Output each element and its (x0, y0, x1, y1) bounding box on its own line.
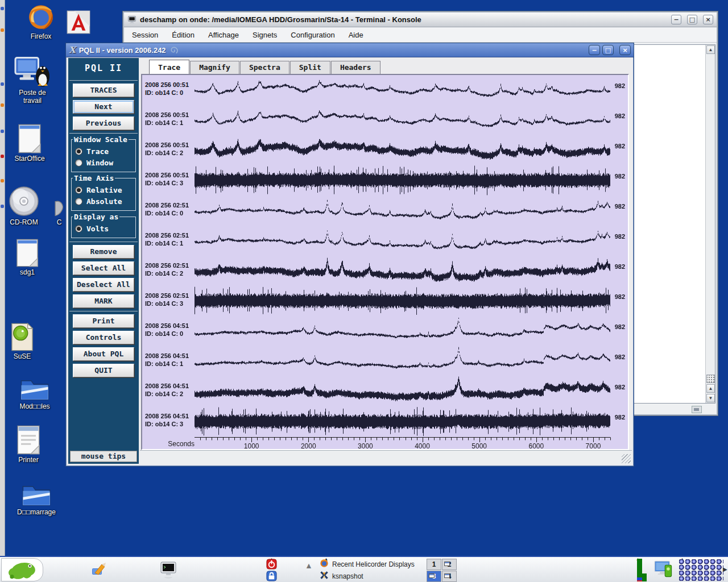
pql-titlebar[interactable]: X PQL II - version 2006.242 − □ × (66, 43, 634, 57)
sidebar-button-mark[interactable]: MARK (73, 294, 134, 308)
menu-configuration[interactable]: Configuration (291, 31, 334, 39)
resize-grip[interactable] (622, 454, 631, 463)
trace-row[interactable]: 2008 256 02:51ID: ob14 C: 2982 (142, 256, 628, 286)
trace-waveform[interactable] (195, 316, 610, 346)
desktop-icon-modeles-folder[interactable]: Mod□□les (11, 376, 58, 410)
desktop-icon-staroffice[interactable]: StarOffice (6, 124, 53, 163)
side-panel[interactable] (0, 0, 5, 556)
panel-hide-button[interactable]: ▲ (305, 564, 313, 567)
trace-waveform[interactable] (195, 226, 610, 256)
menu-édition[interactable]: Édition (172, 31, 195, 39)
panel-overflow-arrow[interactable]: ▶ (723, 566, 727, 572)
panel-mini-icon[interactable] (1, 82, 4, 86)
sidebar-button-quit[interactable]: QUIT (73, 364, 134, 377)
trace-row[interactable]: 2008 256 00:51ID: ob14 C: 2982 (142, 135, 628, 165)
pager-desktop-1[interactable]: 1 (427, 559, 441, 570)
radio-button-icon[interactable] (75, 225, 82, 232)
radio-relative[interactable]: Relative (75, 186, 132, 194)
maximize-button[interactable]: □ (687, 15, 697, 24)
radio-button-icon[interactable] (75, 198, 82, 205)
scroll-up-icon[interactable]: ▲ (706, 45, 715, 54)
sidebar-button-select-all[interactable]: Select All (73, 261, 134, 275)
trace-row[interactable]: 2008 256 02:51ID: ob14 C: 0982 (142, 196, 628, 226)
desktop-icon-demarrage-folder[interactable]: D□□marrage (13, 482, 60, 516)
radio-button-icon[interactable] (75, 148, 82, 155)
shutdown-button[interactable] (266, 559, 277, 572)
radio-trace[interactable]: Trace (75, 147, 132, 156)
kmenu-button[interactable] (1, 558, 43, 581)
radio-absolute[interactable]: Absolute (75, 197, 132, 206)
trace-row[interactable]: 2008 256 02:51ID: ob14 C: 3982 (142, 286, 628, 316)
menu-aide[interactable]: Aide (349, 31, 363, 39)
desktop-icon-printer[interactable]: Printer (8, 425, 49, 464)
sidebar-button-about-pql[interactable]: About PQL (73, 347, 134, 361)
sidebar-button-remove[interactable]: Remove (73, 245, 134, 259)
sidebar-button-traces[interactable]: TRACES (73, 84, 134, 97)
desktop-icon-hidden-icon[interactable]: C (52, 200, 66, 226)
terminal-scrollbar[interactable]: ▲ ▲ ▼ (705, 45, 715, 403)
sidebar-button-next[interactable]: Next (73, 100, 134, 114)
task-item[interactable]: Recent Helicorder Displays (320, 558, 415, 570)
session-icon[interactable] (692, 406, 702, 413)
trace-waveform[interactable] (195, 135, 610, 165)
task-item[interactable]: ksnapshot (320, 570, 415, 582)
desktop-icon-poste-de-travail[interactable]: Poste de travail (9, 57, 56, 105)
close-button[interactable]: × (619, 45, 631, 55)
konsole-launcher[interactable] (159, 560, 177, 581)
sidebar-button-controls[interactable]: Controls (73, 331, 134, 344)
trace-waveform[interactable] (195, 105, 610, 135)
menu-session[interactable]: Session (132, 31, 158, 39)
menu-signets[interactable]: Signets (253, 31, 277, 39)
panel-mini-icon[interactable] (1, 155, 4, 158)
pager-desktop-4[interactable]: 4 (442, 571, 457, 582)
trace-waveform[interactable] (195, 196, 610, 226)
panel-mini-icon[interactable] (1, 28, 4, 32)
trace-row[interactable]: 2008 256 00:51ID: ob14 C: 1982 (142, 105, 628, 135)
pager-desktop-3[interactable]: 3 (427, 571, 441, 582)
trace-row[interactable]: 2008 256 02:51ID: ob14 C: 1982 (142, 226, 628, 256)
sidebar-button-deselect-all[interactable]: Deselect All (73, 278, 134, 292)
lock-screen-button[interactable] (266, 571, 277, 582)
trace-waveform[interactable] (195, 75, 610, 105)
scroll-history-icon[interactable] (706, 375, 715, 383)
radio-button-icon[interactable] (75, 159, 82, 167)
mouse-tips-bar[interactable]: mouse tips (70, 451, 137, 462)
kwrite-launcher[interactable] (90, 561, 108, 580)
system-load-monitor[interactable] (635, 559, 647, 581)
minimize-button[interactable]: − (589, 45, 600, 55)
desktop-icon-cd-rom[interactable]: CD-ROM (2, 185, 46, 226)
panel-mini-icon[interactable] (1, 130, 4, 133)
trace-waveform[interactable] (195, 286, 610, 316)
trace-row[interactable]: 2008 256 04:51ID: ob14 C: 0982 (142, 316, 628, 346)
trace-row[interactable]: 2008 256 04:51ID: ob14 C: 2982 (142, 376, 628, 406)
radio-button-icon[interactable] (75, 186, 82, 194)
maximize-button[interactable]: □ (602, 45, 614, 55)
trace-row[interactable]: 2008 256 00:51ID: ob14 C: 0982 (142, 75, 628, 105)
dot-matrix-applet[interactable] (679, 559, 723, 581)
trace-row[interactable]: 2008 256 04:51ID: ob14 C: 3982 (142, 406, 628, 436)
desktop-icon-acrobat-reader[interactable] (65, 10, 92, 34)
trace-waveform[interactable] (195, 165, 610, 196)
tab-split[interactable]: Split (290, 61, 330, 74)
trace-row[interactable]: 2008 256 00:51ID: ob14 C: 3982 (142, 165, 628, 196)
close-button[interactable]: × (703, 15, 713, 24)
pager-desktop-2[interactable]: 2 (442, 559, 457, 570)
desktop-icon-firefox[interactable]: Firefox (17, 3, 65, 40)
konsole-titlebar[interactable]: deschamp on onde: /media/IOMEGA HDD/Gros… (124, 13, 717, 27)
panel-mini-icon[interactable] (1, 179, 4, 182)
desktop-icon-sdg1[interactable]: sdg1 (7, 239, 48, 276)
trace-row[interactable]: 2008 256 04:51ID: ob14 C: 1982 (142, 346, 628, 376)
tab-trace[interactable]: Trace (149, 60, 189, 74)
panel-mini-icon[interactable] (1, 103, 4, 107)
panel-mini-icon[interactable] (1, 7, 4, 10)
trace-waveform[interactable] (195, 256, 610, 286)
tab-headers[interactable]: Headers (331, 61, 380, 74)
susewatcher-applet[interactable] (654, 560, 673, 580)
trace-waveform[interactable] (195, 376, 610, 406)
radio-volts[interactable]: Volts (75, 225, 132, 233)
trace-waveform[interactable] (195, 406, 610, 436)
tab-spectra[interactable]: Spectra (240, 61, 289, 74)
sidebar-button-print[interactable]: Print (73, 314, 134, 328)
scroll-down-icon[interactable]: ▼ (706, 394, 715, 402)
scroll-up-icon[interactable]: ▲ (706, 384, 715, 393)
